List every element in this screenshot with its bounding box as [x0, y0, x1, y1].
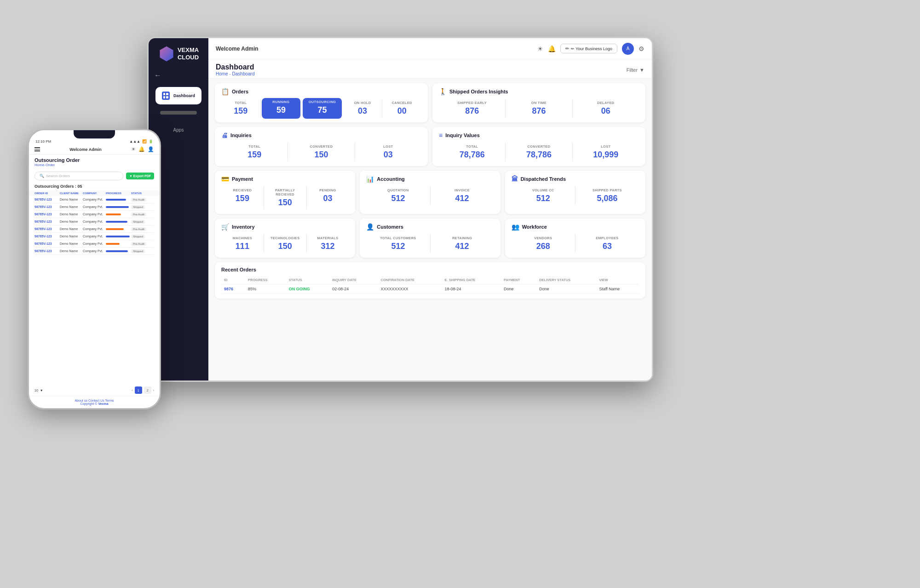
accounting-title: 📊 Accounting: [366, 175, 494, 183]
inquiry-values-card: ≡ Inquiry Values TOTAL 78,786 CONVERTED …: [432, 127, 645, 166]
customers-icon: 👤: [366, 223, 374, 231]
stat-work-employees: EMPLOYEES 63: [575, 234, 639, 253]
export-pdf-button[interactable]: ▼ Export PDF: [126, 173, 154, 179]
col-status: STATUS: [286, 276, 329, 284]
inquiries-stats: TOTAL 159 CONVERTED 150 LOST 03: [221, 143, 421, 161]
mobile-cell-status: Pre-Audit: [131, 227, 156, 231]
hamburger-menu[interactable]: [34, 147, 40, 151]
mobile-cell-company: Company Pvt.: [83, 198, 106, 201]
payment-card: 💳 Payment RECIEVED 159 PARTIALLY RECIEVE…: [215, 171, 355, 214]
stat-work-vendors: VENDORS 268: [512, 234, 575, 253]
pagination-controls: ‹ 1 2 ›: [132, 386, 154, 394]
stat-running-orders: RUNNING 59: [262, 98, 301, 119]
signal-icon: ▲▲▲: [129, 139, 140, 144]
mobile-cell-status: Pre-Audit: [131, 242, 156, 245]
breadcrumb: Home - Dashboard: [216, 71, 255, 76]
back-button[interactable]: ←: [149, 71, 161, 80]
user-avatar[interactable]: A: [622, 43, 634, 55]
stat-inq-lost: LOST 03: [355, 143, 421, 161]
logo-btn-label: ✏ Your Business Logo: [571, 46, 612, 51]
stat-disp-volume: VOLUME CC 512: [512, 186, 575, 205]
workforce-icon: 👥: [512, 223, 519, 231]
mobile-cell-company: Company Pvt.: [83, 227, 106, 231]
col-inquiry-date: INQUIRY DATE: [329, 276, 378, 284]
next-page-btn[interactable]: ›: [153, 389, 154, 392]
stat-ival-converted: CONVERTED 78,786: [506, 143, 572, 161]
laptop-frame: VEXMA CLOUD ← Dashboard Apps Welcome Adm…: [147, 37, 653, 382]
inventory-stats: MACHINES 111 TECHNOLOGIES 150 MATERIALS …: [221, 234, 349, 253]
cell-id: 9876: [221, 284, 245, 294]
table-row: 9876 85% ON GOING 02-08-24 XXXXXXXXXX 18…: [221, 284, 639, 294]
mobile-cell-company: Company Pvt.: [83, 205, 106, 208]
accounting-card: 📊 Accounting QUOTATION 512 INVOICE 412: [360, 171, 500, 214]
mobile-breadcrumb-home: Home: [34, 163, 44, 167]
gear-icon[interactable]: ⚙: [638, 45, 644, 52]
inquiries-card: 🖨 Inquiries TOTAL 159 CONVERTED 150: [215, 127, 428, 166]
brand-name: VEXMA CLOUD: [178, 46, 199, 61]
stat-inq-total: TOTAL 159: [221, 143, 288, 161]
mobile-col-orderid: ORDER ID: [34, 192, 60, 195]
mobile-cell-progress: [106, 221, 131, 223]
stat-inv-machines: MACHINES 111: [221, 234, 264, 253]
stat-on-time: ON TIME 876: [506, 99, 572, 118]
row-inventory: 🛒 Inventory MACHINES 111 TECHNOLOGIES 15…: [215, 219, 645, 258]
stat-ival-total: TOTAL 78,786: [439, 143, 506, 161]
shipped-orders-card: 🚶 Shipped Orders Insights SHIPPED EARLY …: [432, 83, 645, 122]
sun-icon[interactable]: ☀: [537, 45, 543, 52]
stat-pay-pending: PENDING 03: [307, 186, 349, 209]
inquiries-icon: 🖨: [221, 132, 228, 139]
inquiries-title: 🖨 Inquiries: [221, 132, 421, 139]
mobile-col-client: CLIENT NAME: [60, 192, 83, 195]
table-header-row: ID PROGRESS STATUS INQUIRY DATE CONFIRAT…: [221, 276, 639, 284]
accounting-stats: QUOTATION 512 INVOICE 412: [366, 186, 494, 205]
page-1-btn[interactable]: 1: [135, 386, 142, 394]
mobile-search-icon: 🔍: [40, 174, 44, 178]
mobile-cell-progress: [106, 213, 131, 215]
mobile-cell-status: Shipped: [131, 249, 156, 253]
mobile-cell-status: Shipped: [131, 235, 156, 238]
mobile-footer: About us Contact Us Terms Copyright © Ve…: [29, 396, 160, 408]
mobile-cell-company: Company Pvt.: [83, 242, 106, 245]
bell-icon[interactable]: 🔔: [548, 45, 556, 52]
stat-delayed: DELAYED 06: [573, 99, 639, 118]
mobile-table-row: 98765V-123 Demo Name Company Pvt. Shippe…: [34, 203, 154, 211]
mobile-cell-client: Demo Name: [60, 242, 83, 245]
mobile-topbar: Welcome Admin ☀ 🔔 👤: [29, 144, 160, 155]
stat-inv-materials: MATERIALS 312: [307, 234, 349, 253]
mobile-cell-client: Demo Name: [60, 205, 83, 208]
stat-acc-quotation: QUOTATION 512: [366, 186, 430, 205]
business-logo-button[interactable]: ✏ ✏ Your Business Logo: [560, 44, 617, 53]
col-delivery-status: DELIVERY STATUS: [536, 276, 596, 284]
workforce-card: 👥 Workforce VENDORS 268 EMPLOYEES 63: [505, 219, 645, 258]
shipped-stats: SHIPPED EARLY 876 ON TIME 876 DELAYED 06: [439, 99, 639, 118]
cell-e-shipping: 18-08-24: [442, 284, 501, 294]
mobile-search-input[interactable]: 🔍 Search Orders: [34, 172, 123, 180]
inquiry-values-title: ≡ Inquiry Values: [439, 132, 639, 139]
filter-button[interactable]: Filter ▼: [627, 67, 644, 73]
footer-about-link[interactable]: About us: [75, 399, 87, 402]
inventory-icon: 🛒: [221, 223, 229, 231]
prev-page-btn[interactable]: ‹: [132, 389, 132, 392]
mobile-bell-icon[interactable]: 🔔: [138, 146, 145, 152]
sidebar-item-dashboard[interactable]: Dashboard: [155, 87, 201, 104]
page-2-btn[interactable]: 2: [144, 386, 151, 394]
mobile-cell-client: Demo Name: [60, 249, 83, 253]
mobile-table-row: 98765V-123 Demo Name Company Pvt. Pre-Au…: [34, 211, 154, 218]
col-confirmation-date: CONFIRATION DATE: [378, 276, 442, 284]
mobile-time: 12:10 PM: [35, 139, 51, 144]
mobile-cell-company: Company Pvt.: [83, 213, 106, 216]
mobile-cell-client: Demo Name: [60, 213, 83, 216]
mobile-cell-company: Company Pvt.: [83, 235, 106, 238]
search-placeholder: Search Orders: [46, 174, 70, 178]
mobile-cell-client: Demo Name: [60, 198, 83, 201]
main-content: Welcome Admin ☀ 🔔 ✏ ✏ Your Business Logo…: [208, 38, 652, 380]
footer-terms-link[interactable]: Terms: [105, 399, 114, 402]
orders-card: 📋 Orders TOTAL 159 RUNNING 59: [215, 83, 428, 122]
mobile-sun-icon[interactable]: ☀: [131, 146, 136, 152]
mobile-page-title: Outsourcing Order: [34, 157, 154, 163]
mobile-table-row: 98765V-123 Demo Name Company Pvt. Pre-Au…: [34, 225, 154, 233]
mobile-user-icon[interactable]: 👤: [148, 146, 154, 152]
footer-contact-link[interactable]: Contact Us: [88, 399, 104, 402]
page-size-selector[interactable]: 10 ▼: [34, 389, 43, 392]
stat-outsourcing-orders: OUTSOURCING 75: [303, 98, 342, 119]
